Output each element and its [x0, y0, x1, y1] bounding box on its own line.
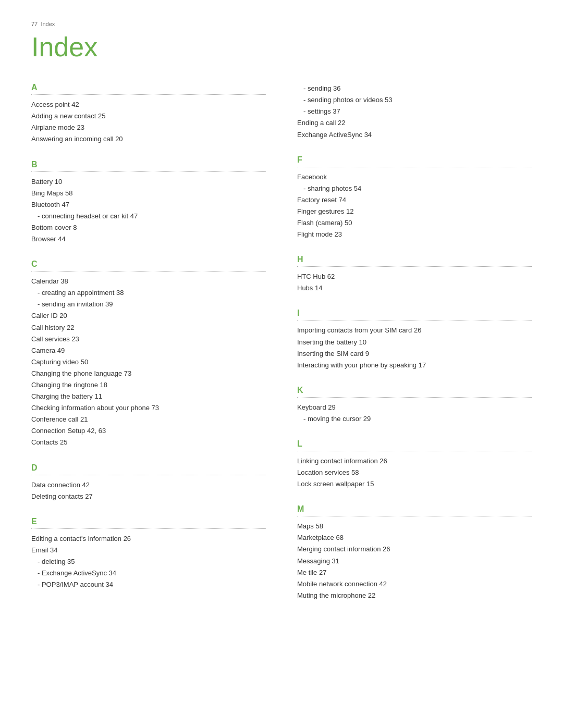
index-item: Caller ID 20: [31, 310, 266, 322]
section-items: HTC Hub 62Hubs 14: [297, 271, 532, 294]
section-items: Keyboard 29- moving the cursor 29: [297, 402, 532, 425]
index-section: KKeyboard 29- moving the cursor 29: [297, 386, 532, 425]
index-item: Call history 22: [31, 322, 266, 334]
index-item: HTC Hub 62: [297, 271, 532, 282]
index-item: Calendar 38: [31, 276, 266, 287]
index-section: BBattery 10Bing Maps 58Bluetooth 47- con…: [31, 160, 266, 245]
index-item: Conference call 21: [31, 414, 266, 425]
index-item: Deleting contacts 27: [31, 491, 266, 502]
section-items: Importing contacts from your SIM card 26…: [297, 325, 532, 371]
index-item: Marketplace 68: [297, 532, 532, 544]
index-item: Email 34: [31, 545, 266, 556]
index-section: EEditing a contact's information 26Email…: [31, 517, 266, 590]
index-item: Lock screen wallpaper 15: [297, 478, 532, 490]
index-item: Data connection 42: [31, 479, 266, 491]
index-item: Hubs 14: [297, 282, 532, 294]
index-item: Inserting the SIM card 9: [297, 348, 532, 360]
index-item: Facebook: [297, 171, 532, 183]
index-item: Ending a call 22: [297, 117, 532, 129]
index-item: - Exchange ActiveSync 34: [31, 567, 266, 579]
index-item: Answering an incoming call 20: [31, 133, 266, 145]
index-item: Bluetooth 47: [31, 199, 266, 211]
section-letter: E: [31, 517, 266, 529]
index-item: Bottom cover 8: [31, 222, 266, 233]
section-items: Data connection 42Deleting contacts 27: [31, 479, 266, 502]
index-item: - creating an appointment 38: [31, 287, 266, 299]
index-item: Connection Setup 42, 63: [31, 425, 266, 437]
index-item: Merging contact information 26: [297, 544, 532, 555]
index-item: Editing a contact's information 26: [31, 533, 266, 545]
left-column: AAccess point 42Adding a new contact 25A…: [31, 83, 266, 616]
index-item: - sharing photos 54: [297, 183, 532, 194]
index-item: - sending 36: [297, 83, 532, 94]
section-letter: K: [297, 386, 532, 398]
section-items: Battery 10Bing Maps 58Bluetooth 47- conn…: [31, 176, 266, 245]
index-item: Battery 10: [31, 176, 266, 188]
index-section: - sending 36- sending photos or videos 5…: [297, 83, 532, 140]
section-letter: C: [31, 260, 266, 272]
index-item: Airplane mode 23: [31, 122, 266, 133]
section-items: Editing a contact's information 26Email …: [31, 533, 266, 590]
index-section: CCalendar 38- creating an appointment 38…: [31, 260, 266, 448]
index-item: Call services 23: [31, 334, 266, 345]
index-item: Importing contacts from your SIM card 26: [297, 325, 532, 336]
index-item: - sending an invitation 39: [31, 299, 266, 310]
index-item: - connecting headset or car kit 47: [31, 211, 266, 222]
index-section: AAccess point 42Adding a new contact 25A…: [31, 83, 266, 145]
index-item: Contacts 25: [31, 437, 266, 448]
index-item: Adding a new contact 25: [31, 110, 266, 122]
page-number-label: Index: [41, 21, 55, 27]
index-item: Linking contact information 26: [297, 455, 532, 467]
index-section: DData connection 42Deleting contacts 27: [31, 463, 266, 502]
section-items: Facebook- sharing photos 54Factory reset…: [297, 171, 532, 241]
index-columns: AAccess point 42Adding a new contact 25A…: [31, 83, 532, 616]
section-items: Calendar 38- creating an appointment 38-…: [31, 276, 266, 448]
section-letter: M: [297, 504, 532, 516]
index-item: Access point 42: [31, 99, 266, 110]
index-item: - sending photos or videos 53: [297, 94, 532, 106]
page-number-line: 77 Index: [31, 21, 532, 27]
section-letter: A: [31, 83, 266, 95]
index-item: Changing the ringtone 18: [31, 379, 266, 391]
section-items: Linking contact information 26Location s…: [297, 455, 532, 490]
index-item: Capturing video 50: [31, 356, 266, 368]
index-item: Camera 49: [31, 345, 266, 356]
index-item: Flight mode 23: [297, 229, 532, 240]
page-number: 77: [31, 21, 38, 27]
section-letter: L: [297, 439, 532, 451]
section-letter: F: [297, 155, 532, 167]
index-item: - POP3/IMAP account 34: [31, 579, 266, 590]
index-item: Me tile 27: [297, 567, 532, 578]
page-title: Index: [31, 32, 532, 62]
index-item: Factory reset 74: [297, 194, 532, 206]
right-column: - sending 36- sending photos or videos 5…: [297, 83, 532, 616]
index-section: HHTC Hub 62Hubs 14: [297, 255, 532, 294]
section-letter: B: [31, 160, 266, 172]
index-item: - moving the cursor 29: [297, 413, 532, 425]
index-item: - settings 37: [297, 106, 532, 117]
index-item: Keyboard 29: [297, 402, 532, 413]
index-section: FFacebook- sharing photos 54Factory rese…: [297, 155, 532, 241]
index-item: Messaging 31: [297, 556, 532, 567]
index-item: Checking information about your phone 73: [31, 402, 266, 414]
index-item: Flash (camera) 50: [297, 217, 532, 229]
index-item: Finger gestures 12: [297, 206, 532, 217]
index-section: MMaps 58Marketplace 68Merging contact in…: [297, 504, 532, 601]
index-section: IImporting contacts from your SIM card 2…: [297, 309, 532, 371]
section-items: Maps 58Marketplace 68Merging contact inf…: [297, 521, 532, 601]
index-item: - deleting 35: [31, 556, 266, 567]
section-items: Access point 42Adding a new contact 25Ai…: [31, 99, 266, 145]
index-item: Charging the battery 11: [31, 391, 266, 402]
index-item: Mobile network connection 42: [297, 578, 532, 590]
index-item: Browser 44: [31, 233, 266, 245]
index-item: Maps 58: [297, 521, 532, 532]
index-item: Interacting with your phone by speaking …: [297, 360, 532, 371]
index-section: LLinking contact information 26Location …: [297, 439, 532, 490]
index-item: Changing the phone language 73: [31, 368, 266, 379]
section-letter: H: [297, 255, 532, 267]
section-letter: I: [297, 309, 532, 320]
section-items: - sending 36- sending photos or videos 5…: [297, 83, 532, 140]
section-letter: D: [31, 463, 266, 475]
index-item: Muting the microphone 22: [297, 590, 532, 601]
index-item: Location services 58: [297, 467, 532, 478]
